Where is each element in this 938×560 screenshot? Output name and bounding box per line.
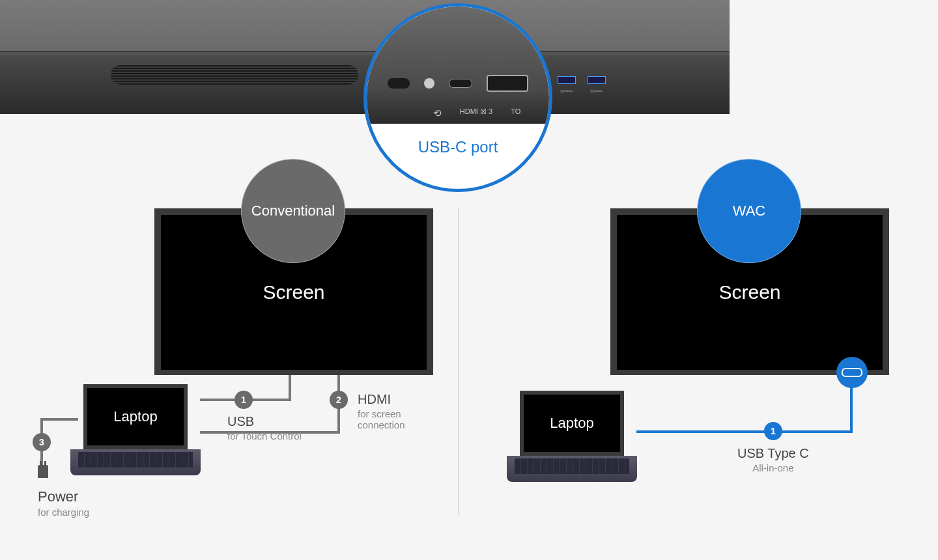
usbc-callout: ⟲ HDMI ☒ 3 TO USB-C port — [363, 3, 552, 192]
laptop-left-label: Laptop — [113, 408, 157, 425]
callout-title: USB-C port — [367, 138, 549, 156]
callout-hdmi-label: HDMI ☒ 3 — [460, 107, 492, 119]
port-usba-2-icon — [588, 76, 606, 84]
label-power-sub: for charging — [38, 507, 89, 518]
num-1-left: 1 — [234, 391, 253, 409]
callout-port-hdmi-icon — [487, 75, 528, 92]
label-power: Power for charging — [38, 488, 89, 518]
line-usbc-v — [850, 385, 853, 433]
line-usb-v — [289, 375, 291, 401]
num-3-left: 3 — [33, 433, 51, 451]
callout-port-labels: ⟲ HDMI ☒ 3 TO — [367, 107, 549, 119]
callout-port-sensor-icon — [424, 78, 434, 89]
speaker-grill — [111, 65, 358, 85]
label-usb-sub: for Touch Control — [227, 430, 302, 441]
badge-wac: WAC — [697, 159, 801, 263]
laptop-right-base — [507, 456, 637, 482]
label-usbc: USB Type C All-in-one — [737, 446, 809, 473]
laptop-left-screen: Laptop — [83, 384, 188, 449]
badge-wac-label: WAC — [733, 203, 766, 219]
laptop-left-base — [70, 449, 201, 475]
label-hdmi: HDMI for screen connection — [358, 392, 405, 430]
screen-label-right: Screen — [718, 281, 780, 303]
laptop-right: Laptop — [507, 391, 637, 482]
power-plug-icon — [38, 465, 48, 478]
label-usb: USB for Touch Control — [227, 414, 302, 441]
badge-conventional: Conventional — [241, 159, 345, 263]
label-usbc-title: USB Type C — [737, 446, 809, 461]
laptop-left: Laptop — [70, 384, 201, 475]
vertical-divider — [458, 208, 459, 514]
label-usb-title: USB — [227, 414, 302, 429]
laptop-right-screen: Laptop — [520, 391, 624, 456]
line-power-h — [40, 418, 78, 421]
callout-usbc-symbol: ⟲ — [395, 107, 442, 119]
callout-ports-row — [373, 75, 543, 92]
num-1-right: 1 — [764, 422, 782, 440]
callout-port-usbc-icon — [449, 79, 472, 88]
line-usbc-h — [636, 430, 853, 433]
label-power-title: Power — [38, 488, 89, 505]
label-hdmi-sub2: connection — [358, 419, 405, 430]
label-hdmi-title: HDMI — [358, 392, 405, 407]
callout-touch-label: TO — [511, 107, 520, 119]
laptop-right-label: Laptop — [550, 415, 593, 432]
port-usba-1-icon — [558, 76, 576, 84]
port-ss-label-1: ss⟸ — [560, 88, 573, 94]
callout-port-power-icon — [388, 78, 410, 89]
usbc-port-badge-icon — [836, 357, 868, 388]
num-2-left: 2 — [330, 391, 348, 409]
screen-label-left: Screen — [263, 281, 324, 303]
badge-conventional-label: Conventional — [251, 203, 335, 219]
label-usbc-sub: All-in-one — [737, 462, 809, 473]
port-ss-label-2: ss⟸ — [590, 88, 603, 94]
label-hdmi-sub1: for screen — [358, 408, 405, 419]
